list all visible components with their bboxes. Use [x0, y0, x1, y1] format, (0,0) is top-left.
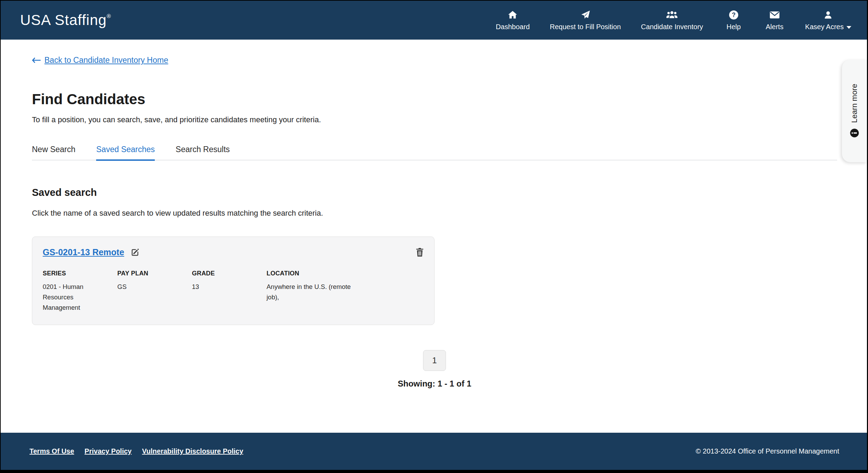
field-pay-plan: PAY PLAN GS [117, 270, 192, 313]
edit-icon [130, 248, 140, 257]
main-content: Back to Candidate Inventory Home Find Ca… [1, 40, 867, 389]
svg-text:?: ? [732, 11, 735, 18]
field-series: SERIES 0201 - Human Resources Management [43, 270, 117, 313]
delete-saved-search-button[interactable] [415, 247, 424, 257]
copyright-text: © 2013-2024 Office of Personnel Manageme… [696, 447, 839, 455]
field-label: PAY PLAN [117, 270, 192, 277]
page-title: Find Candidates [32, 91, 837, 108]
logo-text: USA Staffing [20, 12, 107, 28]
learn-more-tab[interactable]: Learn more [842, 60, 867, 162]
page-subtitle: To fill a position, you can search, save… [32, 115, 837, 125]
learn-more-label: Learn more [850, 84, 859, 123]
field-label: LOCATION [267, 270, 426, 277]
users-icon [666, 9, 678, 20]
vulnerability-disclosure-policy-link[interactable]: Vulnerability Disclosure Policy [142, 447, 243, 455]
nav-alerts[interactable]: Alerts [764, 9, 785, 31]
help-icon: ? [728, 9, 739, 20]
saved-search-name-link[interactable]: GS-0201-13 Remote [43, 247, 124, 257]
footer: Terms Of Use Privacy Policy Vulnerabilit… [1, 433, 867, 470]
field-value: GS [117, 282, 192, 292]
user-name: Kasey Acres [805, 23, 844, 31]
card-title-row: GS-0201-13 Remote [43, 247, 426, 257]
privacy-policy-link[interactable]: Privacy Policy [85, 447, 132, 455]
field-value: 0201 - Human Resources Management [43, 282, 93, 313]
edit-saved-search-button[interactable] [130, 248, 140, 257]
terms-of-use-link[interactable]: Terms Of Use [30, 447, 74, 455]
nav-dashboard[interactable]: Dashboard [496, 9, 530, 31]
saved-search-heading: Saved search [32, 187, 837, 198]
home-icon [507, 9, 518, 20]
user-icon [823, 9, 833, 20]
saved-search-fields: SERIES 0201 - Human Resources Management… [43, 270, 426, 313]
registered-mark: ® [107, 13, 111, 19]
top-navigation-bar: USA Staffing® Dashboard Request to Fill … [1, 1, 867, 40]
tab-saved-searches[interactable]: Saved Searches [96, 145, 155, 161]
field-label: SERIES [43, 270, 117, 277]
app-window: USA Staffing® Dashboard Request to Fill … [0, 0, 868, 473]
field-location: LOCATION Anywhere in the U.S. (remote jo… [267, 270, 426, 313]
info-icon [849, 128, 860, 138]
nav-label: Kasey Acres [805, 23, 851, 31]
back-to-candidate-inventory-link[interactable]: Back to Candidate Inventory Home [32, 56, 168, 65]
back-link-label: Back to Candidate Inventory Home [44, 56, 168, 65]
footer-links: Terms Of Use Privacy Policy Vulnerabilit… [30, 447, 243, 455]
arrow-left-icon [32, 57, 41, 63]
showing-count: Showing: 1 - 1 of 1 [398, 379, 471, 389]
page-1-button[interactable]: 1 [423, 350, 446, 371]
chevron-down-icon [846, 26, 851, 29]
nav-user-menu[interactable]: Kasey Acres [805, 9, 851, 31]
nav-label: Candidate Inventory [641, 23, 703, 31]
nav-help[interactable]: ? Help [723, 9, 744, 31]
field-value: 13 [192, 282, 267, 292]
nav-request-to-fill-position[interactable]: Request to Fill Position [550, 9, 621, 31]
nav-label: Help [726, 23, 741, 31]
trash-icon [415, 247, 424, 257]
nav-label: Alerts [766, 23, 783, 31]
paper-plane-icon [580, 9, 591, 20]
nav-label: Dashboard [496, 23, 530, 31]
tab-bar: New Search Saved Searches Search Results [32, 145, 837, 160]
primary-nav: Dashboard Request to Fill Position Candi… [496, 9, 851, 31]
nav-label: Request to Fill Position [550, 23, 621, 31]
envelope-icon [769, 9, 780, 20]
pagination: 1 Showing: 1 - 1 of 1 [32, 350, 837, 389]
field-label: GRADE [192, 270, 267, 277]
saved-search-card: GS-0201-13 Remote [32, 236, 435, 325]
field-value: Anywhere in the U.S. (remote job), [267, 282, 357, 302]
saved-search-description: Click the name of a saved search to view… [32, 209, 837, 218]
usa-staffing-logo: USA Staffing® [20, 12, 111, 28]
field-grade: GRADE 13 [192, 270, 267, 313]
learn-more-inner: Learn more [842, 60, 867, 162]
tab-search-results[interactable]: Search Results [176, 145, 230, 160]
nav-candidate-inventory[interactable]: Candidate Inventory [641, 9, 703, 31]
tab-new-search[interactable]: New Search [32, 145, 75, 160]
